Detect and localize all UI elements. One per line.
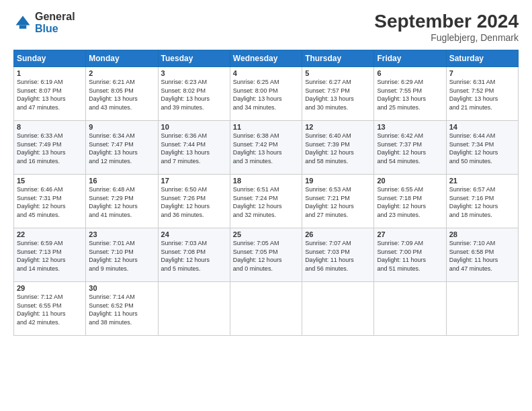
day-info: Sunrise: 6:44 AM Sunset: 7:34 PM Dayligh… — [449, 132, 515, 165]
day-info: Sunrise: 6:48 AM Sunset: 7:29 PM Dayligh… — [89, 185, 154, 219]
day-info: Sunrise: 6:40 AM Sunset: 7:39 PM Dayligh… — [305, 132, 371, 165]
day-number: 29 — [17, 284, 83, 292]
day-number: 5 — [305, 69, 371, 77]
day-info: Sunrise: 7:09 AM Sunset: 7:00 PM Dayligh… — [377, 239, 443, 273]
calendar-cell: 5Sunrise: 6:27 AM Sunset: 7:57 PM Daylig… — [302, 67, 374, 121]
calendar-cell: 1Sunrise: 6:19 AM Sunset: 8:07 PM Daylig… — [14, 67, 86, 121]
weekday-header-monday: Monday — [86, 50, 158, 67]
location: Fuglebjerg, Denmark — [374, 32, 519, 43]
day-number: 10 — [161, 123, 227, 131]
day-number: 6 — [377, 69, 443, 77]
calendar-cell — [230, 282, 302, 336]
svg-rect-1 — [19, 25, 27, 28]
day-number: 19 — [305, 177, 371, 185]
day-info: Sunrise: 6:38 AM Sunset: 7:42 PM Dayligh… — [233, 132, 299, 165]
calendar-cell: 23Sunrise: 7:01 AM Sunset: 7:10 PM Dayli… — [86, 228, 158, 282]
day-number: 2 — [89, 69, 154, 77]
day-info: Sunrise: 6:36 AM Sunset: 7:44 PM Dayligh… — [161, 132, 227, 165]
logo-blue-text: Blue — [35, 23, 75, 35]
day-info: Sunrise: 7:05 AM Sunset: 7:05 PM Dayligh… — [233, 239, 299, 273]
day-info: Sunrise: 6:34 AM Sunset: 7:47 PM Dayligh… — [89, 132, 154, 165]
day-info: Sunrise: 7:14 AM Sunset: 6:52 PM Dayligh… — [89, 293, 154, 326]
calendar-cell: 16Sunrise: 6:48 AM Sunset: 7:29 PM Dayli… — [86, 175, 158, 228]
day-number: 9 — [89, 123, 154, 131]
day-number: 3 — [161, 69, 227, 77]
calendar-week-row: 8Sunrise: 6:33 AM Sunset: 7:49 PM Daylig… — [14, 121, 519, 175]
calendar-cell: 15Sunrise: 6:46 AM Sunset: 7:31 PM Dayli… — [14, 175, 86, 228]
day-number: 7 — [449, 69, 515, 77]
calendar-cell: 12Sunrise: 6:40 AM Sunset: 7:39 PM Dayli… — [302, 121, 374, 175]
day-number: 26 — [305, 230, 371, 238]
day-info: Sunrise: 6:27 AM Sunset: 7:57 PM Dayligh… — [305, 78, 371, 111]
calendar-cell: 9Sunrise: 6:34 AM Sunset: 7:47 PM Daylig… — [86, 121, 158, 175]
day-info: Sunrise: 6:29 AM Sunset: 7:55 PM Dayligh… — [377, 78, 443, 111]
day-info: Sunrise: 7:10 AM Sunset: 6:58 PM Dayligh… — [449, 239, 515, 273]
day-info: Sunrise: 6:42 AM Sunset: 7:37 PM Dayligh… — [377, 132, 443, 165]
calendar-cell: 18Sunrise: 6:51 AM Sunset: 7:24 PM Dayli… — [230, 175, 302, 228]
calendar-cell: 28Sunrise: 7:10 AM Sunset: 6:58 PM Dayli… — [446, 228, 518, 282]
day-info: Sunrise: 6:19 AM Sunset: 8:07 PM Dayligh… — [17, 78, 83, 111]
day-number: 8 — [17, 123, 83, 131]
day-number: 22 — [17, 230, 83, 238]
day-number: 1 — [17, 69, 83, 77]
day-number: 15 — [17, 177, 83, 185]
title-block: September 2024 Fuglebjerg, Denmark — [374, 11, 519, 43]
day-info: Sunrise: 6:25 AM Sunset: 8:00 PM Dayligh… — [233, 78, 299, 111]
logo-text: General Blue — [35, 11, 75, 34]
day-info: Sunrise: 6:23 AM Sunset: 8:02 PM Dayligh… — [161, 78, 227, 111]
calendar-cell: 25Sunrise: 7:05 AM Sunset: 7:05 PM Dayli… — [230, 228, 302, 282]
month-title: September 2024 — [374, 11, 519, 32]
day-number: 21 — [449, 177, 515, 185]
calendar-cell — [446, 282, 518, 336]
calendar-week-row: 1Sunrise: 6:19 AM Sunset: 8:07 PM Daylig… — [14, 67, 519, 121]
day-number: 20 — [377, 177, 443, 185]
day-info: Sunrise: 6:50 AM Sunset: 7:26 PM Dayligh… — [161, 185, 227, 219]
day-info: Sunrise: 6:59 AM Sunset: 7:13 PM Dayligh… — [17, 239, 83, 273]
day-info: Sunrise: 6:51 AM Sunset: 7:24 PM Dayligh… — [233, 185, 299, 219]
weekday-header-saturday: Saturday — [446, 50, 518, 67]
day-info: Sunrise: 6:55 AM Sunset: 7:18 PM Dayligh… — [377, 185, 443, 219]
calendar-cell: 2Sunrise: 6:21 AM Sunset: 8:05 PM Daylig… — [86, 67, 158, 121]
calendar-cell: 10Sunrise: 6:36 AM Sunset: 7:44 PM Dayli… — [158, 121, 230, 175]
header: General Blue September 2024 Fuglebjerg, … — [13, 11, 519, 43]
day-number: 30 — [89, 284, 154, 292]
calendar-cell: 14Sunrise: 6:44 AM Sunset: 7:34 PM Dayli… — [446, 121, 518, 175]
day-number: 11 — [233, 123, 299, 131]
weekday-header-friday: Friday — [374, 50, 446, 67]
calendar-cell — [374, 282, 446, 336]
day-number: 4 — [233, 69, 299, 77]
day-info: Sunrise: 6:33 AM Sunset: 7:49 PM Dayligh… — [17, 132, 83, 165]
calendar-cell: 19Sunrise: 6:53 AM Sunset: 7:21 PM Dayli… — [302, 175, 374, 228]
day-info: Sunrise: 7:03 AM Sunset: 7:08 PM Dayligh… — [161, 239, 227, 273]
calendar-cell: 4Sunrise: 6:25 AM Sunset: 8:00 PM Daylig… — [230, 67, 302, 121]
calendar-cell — [302, 282, 374, 336]
weekday-header-wednesday: Wednesday — [230, 50, 302, 67]
day-info: Sunrise: 6:31 AM Sunset: 7:52 PM Dayligh… — [449, 78, 515, 111]
calendar-cell: 29Sunrise: 7:12 AM Sunset: 6:55 PM Dayli… — [14, 282, 86, 336]
svg-marker-0 — [16, 15, 30, 25]
calendar-week-row: 15Sunrise: 6:46 AM Sunset: 7:31 PM Dayli… — [14, 175, 519, 228]
day-info: Sunrise: 7:07 AM Sunset: 7:03 PM Dayligh… — [305, 239, 371, 273]
day-info: Sunrise: 6:57 AM Sunset: 7:16 PM Dayligh… — [449, 185, 515, 219]
calendar-cell — [158, 282, 230, 336]
calendar-cell: 11Sunrise: 6:38 AM Sunset: 7:42 PM Dayli… — [230, 121, 302, 175]
weekday-header-thursday: Thursday — [302, 50, 374, 67]
day-number: 18 — [233, 177, 299, 185]
calendar-cell: 24Sunrise: 7:03 AM Sunset: 7:08 PM Dayli… — [158, 228, 230, 282]
logo-general-text: General — [35, 11, 75, 23]
logo: General Blue — [13, 11, 75, 34]
calendar-cell: 26Sunrise: 7:07 AM Sunset: 7:03 PM Dayli… — [302, 228, 374, 282]
calendar-week-row: 29Sunrise: 7:12 AM Sunset: 6:55 PM Dayli… — [14, 282, 519, 336]
calendar-cell: 21Sunrise: 6:57 AM Sunset: 7:16 PM Dayli… — [446, 175, 518, 228]
calendar-cell: 17Sunrise: 6:50 AM Sunset: 7:26 PM Dayli… — [158, 175, 230, 228]
calendar-cell: 7Sunrise: 6:31 AM Sunset: 7:52 PM Daylig… — [446, 67, 518, 121]
day-number: 12 — [305, 123, 371, 131]
day-number: 27 — [377, 230, 443, 238]
day-info: Sunrise: 7:01 AM Sunset: 7:10 PM Dayligh… — [89, 239, 154, 273]
day-info: Sunrise: 6:46 AM Sunset: 7:31 PM Dayligh… — [17, 185, 83, 219]
day-number: 14 — [449, 123, 515, 131]
day-info: Sunrise: 7:12 AM Sunset: 6:55 PM Dayligh… — [17, 293, 83, 326]
weekday-header-tuesday: Tuesday — [158, 50, 230, 67]
calendar-table: SundayMondayTuesdayWednesdayThursdayFrid… — [13, 50, 519, 336]
calendar-cell: 6Sunrise: 6:29 AM Sunset: 7:55 PM Daylig… — [374, 67, 446, 121]
